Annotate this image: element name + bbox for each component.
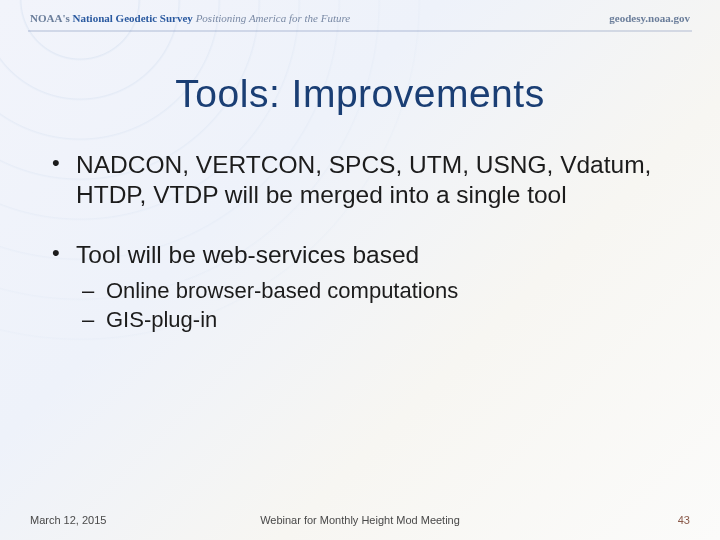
header-rule (28, 30, 692, 32)
bullet-list: NADCON, VERTCON, SPCS, UTM, USNG, Vdatum… (48, 150, 672, 334)
bullet-text: NADCON, VERTCON, SPCS, UTM, USNG, Vdatum… (76, 151, 651, 208)
slide-body: NADCON, VERTCON, SPCS, UTM, USNG, Vdatum… (48, 150, 672, 364)
sub-bullet-text: GIS-plug-in (106, 307, 217, 332)
header-site: geodesy.noaa.gov (609, 12, 690, 24)
header-name: National Geodetic Survey (72, 12, 192, 24)
header-tagline: Positioning America for the Future (196, 12, 351, 24)
sub-bullet-item: Online browser-based computations (76, 276, 672, 305)
footer-caption: Webinar for Monthly Height Mod Meeting (0, 514, 720, 526)
slide-title: Tools: Improvements (0, 72, 720, 116)
header-org: NOAA's (30, 12, 70, 24)
slide-footer: March 12, 2015 Webinar for Monthly Heigh… (0, 514, 720, 526)
header-left: NOAA's National Geodetic Survey Position… (30, 12, 350, 24)
sub-bullet-item: GIS-plug-in (76, 305, 672, 334)
bullet-item: Tool will be web-services based Online b… (48, 240, 672, 334)
bullet-item: NADCON, VERTCON, SPCS, UTM, USNG, Vdatum… (48, 150, 672, 210)
sub-bullet-text: Online browser-based computations (106, 278, 458, 303)
bullet-text: Tool will be web-services based (76, 241, 419, 268)
slide-header: NOAA's National Geodetic Survey Position… (0, 0, 720, 32)
sub-bullet-list: Online browser-based computations GIS-pl… (76, 276, 672, 334)
